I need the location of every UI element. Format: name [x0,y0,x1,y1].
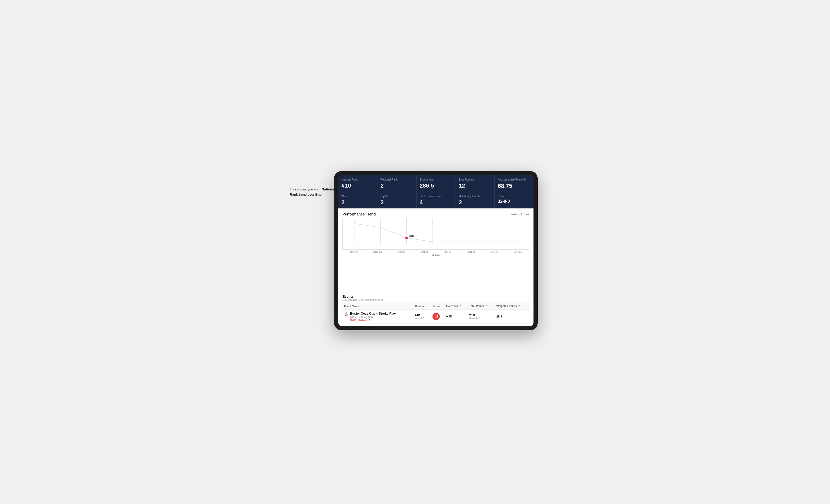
stat-avg-weighted-points: Avg. Weighted Points ⓘ 68.75 [494,175,534,192]
x-label-may24: MAY 24 [506,251,530,253]
chart-svg: #10 [343,219,529,247]
performance-chart: #10 [343,219,529,250]
stat-national-rank: National Rank #10 [338,175,377,192]
rank-marker-label: #10 [410,235,414,238]
stat-record: Record 32-8-0 [494,192,534,208]
event-rank-impact: Rank Impact: 3 ▼ [350,318,396,321]
annotation-text: This shows you your National Rank trend … [290,187,337,197]
stats-grid-row1: National Rank #10 Regional Rank 2 Scorin… [338,175,534,192]
stat-top3s: Top 3s 2 [377,192,416,208]
stat-regional-rank: Regional Rank 2 [377,175,416,192]
tablet-device: National Rank #10 Regional Rank 2 Scorin… [334,171,538,330]
chart-header: Performance Trend National Rank [343,212,529,216]
col-position: Position [414,303,431,310]
col-weighted-points: Weighted Points ⓘ [495,303,529,310]
chart-section: Performance Trend National Rank [338,208,534,292]
col-score: Score [431,303,445,310]
rank-marker-dot [405,237,408,239]
stat-stroke-play-events: Stroke Play Events 4 [417,192,455,208]
score-badge: -22 [433,313,440,320]
events-title: Events [343,295,529,298]
event-score-cell: -22 [431,310,445,324]
col-event-name: Event Name [343,303,414,310]
event-sg-cell: 0.45 [445,310,468,324]
chart-x-axis-title: Months [343,254,529,257]
stat-total-rounds: Total Rounds 12 [455,175,494,192]
event-total-points-cell: 28.3 3 Rounds [468,310,495,324]
chart-subtitle: National Rank [511,212,529,216]
stat-wins: Wins 2 [338,192,377,208]
event-name: Buster Cozy Cup – Stroke Play [350,312,396,315]
col-total-points: Total Points ⓘ [468,303,495,310]
events-table: Event Name Position Score Event SG ⓘ Tot… [343,303,529,324]
event-date: Oct 9 - Oct 10, 2023 [350,315,396,318]
x-label-dec23: DEC 23 [389,251,413,253]
stat-match-play-events: Match Play Events 2 [455,192,494,208]
x-label-apr24: APR 24 [483,251,506,253]
chart-x-labels: OCT 23 NOV 23 DEC 23 JAN 24 FEB 24 MAR 2… [343,250,529,253]
event-icon: 🏌 [344,312,348,316]
event-position-cell: 6th out of 7 [414,310,431,324]
chart-title: Performance Trend [343,212,376,216]
event-weighted-points-cell: 28.3 [495,310,529,324]
events-section: Events Last updated: 24th November 2023 … [338,292,534,326]
event-name-cell: 🏌 Buster Cozy Cup – Stroke Play Oct 9 - … [343,310,414,324]
x-label-nov23: NOV 23 [366,251,389,253]
table-row: 🏌 Buster Cozy Cup – Stroke Play Oct 9 - … [343,310,529,324]
x-label-feb24: FEB 24 [436,251,459,253]
x-label-mar24: MAR 24 [459,251,483,253]
x-label-jan24: JAN 24 [413,251,436,253]
stats-grid-row2: Wins 2 Top 3s 2 Stroke Play Events 4 Mat… [338,192,534,208]
col-event-sg: Event SG ⓘ [445,303,468,310]
events-table-header: Event Name Position Score Event SG ⓘ Tot… [343,303,529,310]
events-last-updated: Last updated: 24th November 2023 [343,298,529,301]
tablet-screen: National Rank #10 Regional Rank 2 Scorin… [338,175,534,326]
x-label-oct23: OCT 23 [343,251,366,253]
stat-scoring-avg: Scoring Avg. 286.5 [417,175,455,192]
